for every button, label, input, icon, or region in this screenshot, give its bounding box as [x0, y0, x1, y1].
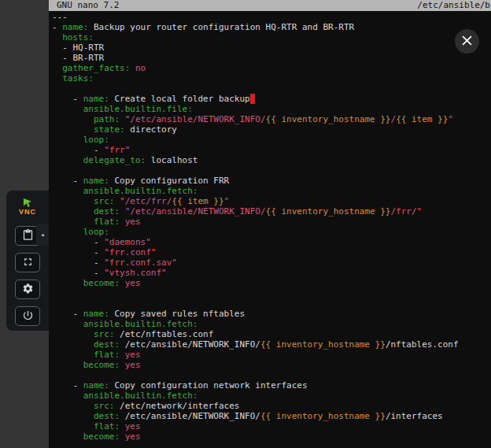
editor-line: - name: Create local folder backup [52, 94, 491, 104]
editor-line [52, 165, 491, 176]
novnc-logo: VNC [10, 194, 45, 219]
novnc-logo-text: VNC [19, 208, 36, 216]
editor-line [52, 83, 491, 94]
vnc-control-panel: VNC [6, 191, 49, 331]
editor-line: dest: /etc/ansible/NETWORK_INFO/{{ inven… [52, 411, 491, 421]
editor-line: - name: Copy configuration FRR [52, 176, 491, 186]
editor-line: state: directory [52, 124, 491, 135]
nano-file-path: /etc/ansible/b [417, 0, 490, 11]
editor-line: become: yes [52, 360, 491, 370]
editor-line: - "daemons" [52, 237, 491, 247]
editor-line: ansible.builtin.file: [52, 104, 491, 114]
editor-line: src: "/etc/frr/{{ item }}" [52, 196, 491, 206]
gear-icon [22, 283, 34, 297]
close-button[interactable] [455, 29, 479, 54]
editor-line: - "vtysh.conf" [52, 268, 491, 278]
editor-line: - name: Backup your router configuration… [52, 22, 491, 32]
novnc-viewport: VNC ◂ GNU nano 7.2 /etc/ansible/b ---- n… [0, 0, 491, 448]
editor-line: src: /etc/network/interfaces [52, 401, 491, 411]
control-bar-handle[interactable]: ◂ [36, 224, 49, 246]
editor-line: - name: Copy saved rules nftables [52, 309, 491, 319]
power-button[interactable] [15, 306, 40, 326]
fullscreen-button[interactable] [15, 253, 40, 272]
editor-line: src: /etc/nftables.conf [52, 329, 491, 339]
power-icon [22, 309, 34, 324]
editor-line: become: yes [52, 431, 491, 442]
editor-line: dest: /etc/ansible/NETWORK_INFO/{{ inven… [52, 339, 491, 350]
editor-line: gather_facts: no [52, 63, 491, 73]
editor-line: - "frr.conf" [52, 247, 491, 257]
editor-line: dest: "/etc/ansible/NETWORK_INFO/{{ inve… [52, 206, 491, 217]
editor-line: --- [52, 12, 491, 22]
editor-content[interactable]: ---- name: Backup your router configurat… [52, 12, 491, 448]
fullscreen-icon [22, 256, 34, 270]
terminal[interactable]: GNU nano 7.2 /etc/ansible/b ---- name: B… [49, 0, 491, 448]
editor-line: hosts: [52, 32, 491, 43]
cursor-icon [23, 198, 33, 208]
editor-line: - HQ-RTR [52, 43, 491, 53]
editor-line [52, 298, 491, 309]
clipboard-icon [22, 229, 34, 243]
editor-line: tasks: [52, 73, 491, 83]
editor-line [52, 370, 491, 380]
editor-line: delegate_to: localhost [52, 155, 491, 165]
editor-line: path: "/etc/ansible/NETWORK_INFO/{{ inve… [52, 114, 491, 124]
editor-line: flat: yes [52, 350, 491, 360]
editor-line [52, 288, 491, 298]
editor-line: flat: yes [52, 421, 491, 431]
settings-button[interactable] [15, 280, 40, 299]
editor-line: - "frr" [52, 145, 491, 155]
editor-line: ansible.builtin.fetch: [52, 391, 491, 401]
editor-line: ansible.builtin.fetch: [52, 186, 491, 196]
editor-line: become: yes [52, 278, 491, 288]
chevron-left-icon: ◂ [40, 231, 44, 239]
editor-line: - name: Copy configuration network inter… [52, 380, 491, 391]
nano-title-bar: GNU nano 7.2 /etc/ansible/b [49, 0, 491, 11]
text-cursor [250, 94, 256, 104]
editor-line: - "frr.conf.sav" [52, 257, 491, 268]
editor-line: ansible.builtin.fetch: [52, 319, 491, 329]
editor-line: flat: yes [52, 217, 491, 227]
vnc-sidebar: VNC ◂ [0, 0, 49, 448]
close-icon [462, 35, 472, 48]
editor-line: loop: [52, 227, 491, 237]
editor-line: - BR-RTR [52, 53, 491, 63]
editor-line: loop: [52, 135, 491, 145]
nano-version: GNU nano 7.2 [57, 0, 119, 11]
